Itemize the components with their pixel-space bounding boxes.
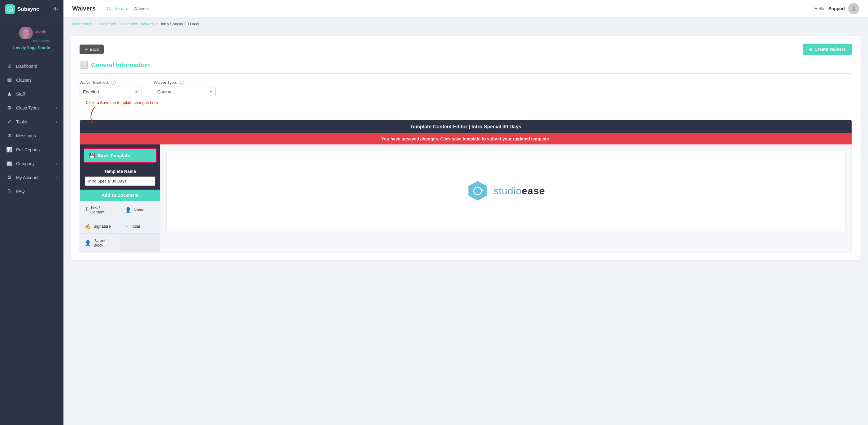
element-initial[interactable]: ~ Initial (120, 219, 160, 234)
section-divider (80, 73, 852, 74)
breadcrumb-sep-3: □ (156, 22, 158, 26)
waiver-type-select[interactable]: Contract Waiver (154, 87, 216, 97)
parent-block-icon: 👤 (85, 240, 91, 246)
waiver-enabled-select[interactable]: Enabled Disabled (80, 87, 142, 97)
signature-icon: ✍ (85, 223, 91, 229)
editor-left-panel: 💾 Save Template Template Name Add To Doc… (80, 144, 160, 252)
username-text: Support (828, 6, 845, 11)
waiver-enabled-label: Waiver Enabled: ? (80, 80, 142, 85)
sidebar-item-company[interactable]: 🏢 Company › (0, 157, 63, 170)
svg-text:HEALTH & BEAUTY: HEALTH & BEAUTY (32, 40, 49, 42)
sidebar-item-staff[interactable]: ♟ Staff (0, 87, 63, 101)
element-label: Signature (93, 224, 111, 229)
svg-point-11 (852, 6, 855, 9)
template-name-input[interactable] (85, 176, 155, 186)
sidebar-item-label: Pull Reports (16, 147, 57, 152)
sidebar-nav: ⊙ Dashboard ▦ Classes ♟ Staff ⚙ Class Ty… (0, 56, 63, 425)
breadcrumb-sep-2: □ (119, 22, 121, 26)
sidebar-item-label: Messages (16, 133, 57, 138)
section-title: General Information (91, 62, 150, 69)
template-name-section: Template Name (80, 166, 160, 190)
section-header: ⬜ General Information (80, 61, 852, 69)
sidebar-header: Subsync 👁 (0, 0, 63, 19)
info-icon: ⬜ (80, 61, 88, 69)
class-types-icon: ⚙ (6, 105, 12, 111)
sidebar-item-label: Company (16, 161, 52, 166)
breadcrumb-dashboard[interactable]: Dashboard (72, 22, 92, 26)
page-title: Waivers (72, 5, 96, 12)
studio-logo-image: Lovely Yoga HEALTH & BEAUTY (15, 25, 49, 43)
dashboard-icon: ⊙ (6, 63, 12, 69)
name-icon: 👤 (125, 207, 131, 213)
topbar-breadcrumb-sep: - (130, 6, 131, 11)
add-to-doc-label: Add To Document (80, 190, 160, 201)
waiver-type-label: Waiver Type: ? (154, 80, 216, 85)
waiver-enabled-group: Waiver Enabled: ? Enabled Disabled (80, 80, 142, 97)
messages-icon: ✉ (6, 133, 12, 138)
sidebar-item-label: Tasks (16, 120, 52, 124)
breadcrumb-current-page: Intro Special 30 Days (161, 22, 199, 26)
save-tip-text: Click to Save the template changes here (86, 100, 158, 105)
sidebar-item-label: FAQ (16, 189, 57, 194)
faq-icon: ? (6, 188, 12, 194)
plus-icon: ⊕ (809, 47, 813, 52)
template-editor: Template Content Editor | Intro Special … (80, 120, 852, 252)
topbar-breadcrumb-current: Waivers (133, 6, 149, 11)
staff-icon: ♟ (6, 91, 12, 97)
svg-marker-13 (468, 181, 487, 201)
breadcrumb-location-waivers[interactable]: Location Waivers (123, 22, 154, 26)
subsync-logo-icon (5, 4, 15, 14)
sidebar-item-class-types[interactable]: ⚙ Class Types › (0, 101, 63, 115)
svg-text:Lovely: Lovely (33, 29, 46, 34)
sidebar-item-my-account[interactable]: ⚙ My Account › (0, 170, 63, 184)
template-name-label: Template Name (85, 169, 155, 174)
breadcrumb-locations[interactable]: Locations (99, 22, 116, 26)
editor-header: Template Content Editor | Intro Special … (80, 120, 851, 133)
chevron-right-icon: › (56, 106, 57, 110)
sidebar-item-dashboard[interactable]: ⊙ Dashboard (0, 59, 63, 73)
content-area: Dashboard □ Locations □ Location Waivers… (63, 17, 868, 425)
element-label: Parent Block (93, 238, 115, 248)
classes-icon: ▦ (6, 77, 12, 83)
studio-name: Lovely Yoga Studio (13, 45, 50, 50)
preview-area: studioease (166, 151, 845, 231)
editor-body: 💾 Save Template Template Name Add To Doc… (80, 144, 851, 252)
help-icon-enabled[interactable]: ? (111, 80, 116, 85)
breadcrumb-sep-1: □ (94, 22, 97, 26)
sidebar: Subsync 👁 Lovely Yoga HEALTH & BEAUTY (0, 0, 63, 425)
sidebar-item-messages[interactable]: ✉ Messages (0, 129, 63, 142)
page-card: ↩ Back ⊕ Create Waivers ⬜ General Inform… (71, 36, 861, 260)
svg-point-3 (25, 27, 28, 30)
element-text-content[interactable]: T Text / Content (80, 201, 120, 219)
studioease-text: studioease (493, 185, 545, 197)
sidebar-item-reports[interactable]: 📊 Pull Reports (0, 142, 63, 157)
sidebar-logo-row: Subsync (5, 4, 39, 14)
create-waivers-button[interactable]: ⊕ Create Waivers (803, 44, 852, 55)
element-signature[interactable]: ✍ Signature (80, 219, 120, 234)
annotation-arrow (83, 105, 107, 124)
save-template-button[interactable]: 💾 Save Template (84, 148, 157, 163)
sidebar-item-faq[interactable]: ? FAQ (0, 184, 63, 198)
editor-warning: You have unsaved changes. Click save tem… (80, 133, 851, 144)
sidebar-item-label: Class Types (16, 105, 52, 110)
company-icon: 🏢 (6, 161, 12, 166)
form-row: Waiver Enabled: ? Enabled Disabled Waive… (80, 80, 852, 97)
sidebar-item-classes[interactable]: ▦ Classes (0, 73, 63, 87)
help-icon-type[interactable]: ? (179, 80, 184, 85)
avatar[interactable] (848, 3, 859, 14)
topbar-dashboard-link[interactable]: Dashboard (107, 6, 128, 11)
breadcrumb-bar: Dashboard □ Locations □ Location Waivers… (63, 17, 868, 31)
waiver-type-group: Waiver Type: ? Contract Waiver (154, 80, 216, 97)
sidebar-studio-logo: Lovely Yoga HEALTH & BEAUTY Lovely Yoga … (0, 19, 63, 56)
template-editor-wrapper: Template Content Editor | Intro Special … (80, 120, 852, 252)
sidebar-item-tasks[interactable]: ✓ Tasks › (0, 115, 63, 129)
element-name[interactable]: 👤 Name (120, 201, 160, 219)
reports-icon: 📊 (6, 146, 12, 153)
element-parent-block[interactable]: 👤 Parent Block (80, 234, 120, 252)
back-button[interactable]: ↩ Back (80, 44, 104, 54)
eye-icon[interactable]: 👁 (53, 6, 59, 13)
initial-icon: ~ (125, 224, 128, 229)
chevron-right-icon: › (56, 161, 57, 166)
main-content: Waivers Dashboard - Waivers Hello, Suppo… (63, 0, 868, 425)
tasks-icon: ✓ (6, 119, 12, 125)
